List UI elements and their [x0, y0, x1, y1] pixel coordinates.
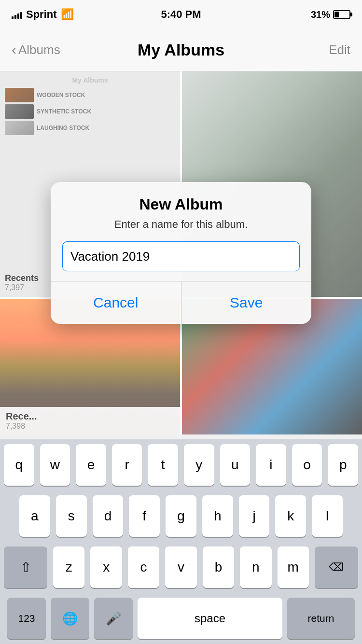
key-o[interactable]: o [292, 444, 322, 486]
carrier-label: Sprint [26, 8, 57, 21]
album-name-input[interactable] [62, 241, 300, 271]
key-u[interactable]: u [220, 444, 251, 486]
battery-label: 31% [311, 9, 330, 20]
dialog-title: New Album [62, 196, 300, 213]
key-m[interactable]: m [278, 546, 309, 588]
key-y[interactable]: y [184, 444, 214, 486]
return-key[interactable]: return [287, 598, 355, 639]
dialog-backdrop: New Album Enter a name for this album. C… [0, 71, 362, 434]
key-j[interactable]: j [239, 495, 270, 537]
key-h[interactable]: h [202, 495, 233, 537]
key-v[interactable]: v [165, 546, 196, 588]
key-c[interactable]: c [128, 546, 159, 588]
status-right: 31% [311, 9, 350, 20]
keyboard-row-2: a s d f g h j k l [0, 490, 362, 542]
key-t[interactable]: t [148, 444, 178, 486]
key-w[interactable]: w [40, 444, 70, 486]
key-g[interactable]: g [166, 495, 196, 537]
cancel-button[interactable]: Cancel [51, 281, 181, 324]
dialog-buttons: Cancel Save [51, 281, 311, 324]
mic-key[interactable]: 🎤 [94, 598, 133, 639]
key-b[interactable]: b [203, 546, 234, 588]
status-time: 5:40 PM [161, 8, 201, 21]
battery-icon [333, 10, 350, 19]
key-k[interactable]: k [275, 495, 306, 537]
key-f[interactable]: f [129, 495, 160, 537]
new-album-dialog: New Album Enter a name for this album. C… [51, 182, 311, 324]
key-i[interactable]: i [256, 444, 286, 486]
space-key[interactable]: space [138, 598, 282, 639]
back-button[interactable]: ‹ Albums [12, 42, 60, 58]
num-key[interactable]: 123 [7, 598, 46, 639]
key-s[interactable]: s [56, 495, 87, 537]
save-button[interactable]: Save [181, 281, 312, 324]
status-left: Sprint 📶 [12, 8, 74, 21]
key-n[interactable]: n [240, 546, 271, 588]
battery-fill [334, 12, 339, 17]
dialog-message: Enter a name for this album. [62, 218, 300, 231]
key-r[interactable]: r [112, 444, 142, 486]
key-q[interactable]: q [4, 444, 34, 486]
keyboard-row-3: ⇧ z x c v b n m ⌫ [0, 542, 362, 593]
key-p[interactable]: p [328, 444, 358, 486]
globe-key[interactable]: 🌐 [51, 598, 89, 639]
key-z[interactable]: z [53, 546, 84, 588]
key-l[interactable]: l [312, 495, 343, 537]
key-a[interactable]: a [19, 495, 50, 537]
keyboard-row-4: 123 🌐 🎤 space return [0, 593, 362, 644]
keyboard-row-1: q w e r t y u i o p [0, 439, 362, 490]
shift-key[interactable]: ⇧ [4, 546, 47, 588]
status-bar: Sprint 📶 5:40 PM 31% [0, 0, 362, 29]
keyboard: q w e r t y u i o p a s d f g h j k l ⇧ … [0, 439, 362, 644]
content-area: My Albums WOODEN STOCK SYNTHETIC STOCK L… [0, 71, 362, 434]
back-chevron-icon: ‹ [12, 42, 16, 58]
nav-bar: ‹ Albums My Albums Edit [0, 29, 362, 71]
page-title: My Albums [138, 41, 224, 59]
wifi-icon: 📶 [61, 8, 74, 21]
edit-button[interactable]: Edit [329, 42, 350, 57]
signal-icon [12, 10, 22, 19]
key-d[interactable]: d [93, 495, 124, 537]
dialog-body: New Album Enter a name for this album. [51, 182, 311, 281]
back-label: Albums [18, 42, 60, 57]
key-x[interactable]: x [90, 546, 122, 588]
delete-key[interactable]: ⌫ [315, 546, 358, 588]
key-e[interactable]: e [76, 444, 106, 486]
